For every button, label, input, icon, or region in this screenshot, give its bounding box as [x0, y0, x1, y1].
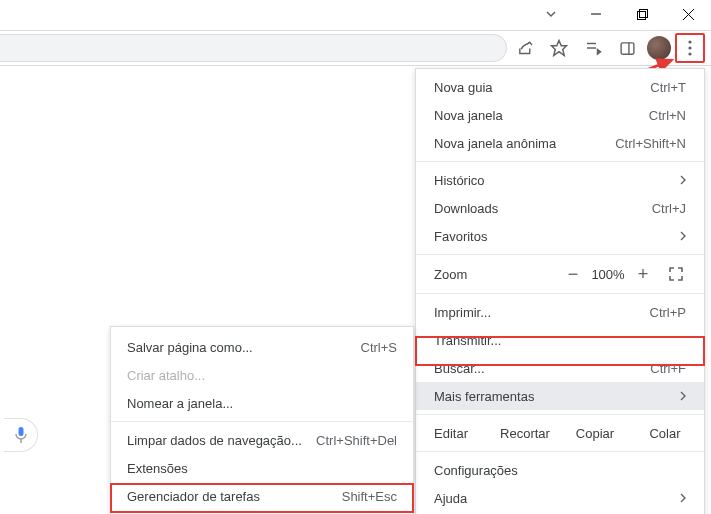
- menu-label: Criar atalho...: [127, 368, 397, 383]
- tab-search-chevron-icon[interactable]: [537, 4, 565, 24]
- svg-rect-9: [621, 42, 634, 53]
- menu-label: Mais ferramentas: [434, 389, 680, 404]
- menu-label: Configurações: [434, 463, 686, 478]
- chevron-right-icon: [680, 493, 686, 503]
- menu-find[interactable]: Buscar... Ctrl+F: [416, 354, 704, 382]
- share-icon[interactable]: [509, 32, 541, 64]
- menu-label: Limpar dados de navegação...: [127, 433, 316, 448]
- menu-more-tools[interactable]: Mais ferramentas: [416, 382, 704, 410]
- menu-label: Salvar página como...: [127, 340, 361, 355]
- menu-help[interactable]: Ajuda: [416, 484, 704, 512]
- menu-separator: [111, 421, 413, 422]
- menu-label: Zoom: [434, 267, 560, 282]
- zoom-value: 100%: [586, 267, 630, 282]
- fullscreen-button[interactable]: [662, 267, 690, 281]
- menu-separator: [416, 451, 704, 452]
- menu-label: Editar: [434, 426, 490, 441]
- browser-menu-button[interactable]: [675, 33, 705, 63]
- menu-separator: [416, 161, 704, 162]
- paste-button[interactable]: Colar: [630, 426, 700, 441]
- menu-shortcut: Ctrl+J: [652, 201, 686, 216]
- browser-toolbar: [0, 30, 711, 66]
- maximize-button[interactable]: [619, 0, 665, 28]
- menu-edit-row: Editar Recortar Copiar Colar: [416, 419, 704, 447]
- submenu-create-shortcut: Criar atalho...: [111, 361, 413, 389]
- menu-label: Downloads: [434, 201, 652, 216]
- chevron-right-icon: [680, 391, 686, 401]
- menu-label: Histórico: [434, 173, 680, 188]
- submenu-extensions[interactable]: Extensões: [111, 454, 413, 482]
- menu-shortcut: Ctrl+T: [650, 80, 686, 95]
- menu-incognito[interactable]: Nova janela anônima Ctrl+Shift+N: [416, 129, 704, 157]
- menu-separator: [416, 254, 704, 255]
- menu-shortcut: Ctrl+Shift+Del: [316, 433, 397, 448]
- svg-marker-5: [552, 41, 567, 56]
- zoom-in-button[interactable]: +: [630, 264, 656, 285]
- menu-zoom-row: Zoom − 100% +: [416, 259, 704, 289]
- menu-new-window[interactable]: Nova janela Ctrl+N: [416, 101, 704, 129]
- submenu-name-window[interactable]: Nomear a janela...: [111, 389, 413, 417]
- voice-search-icon[interactable]: [4, 418, 38, 452]
- chevron-right-icon: [680, 231, 686, 241]
- menu-cast[interactable]: Transmitir...: [416, 326, 704, 354]
- more-tools-submenu: Salvar página como... Ctrl+S Criar atalh…: [110, 326, 414, 514]
- cut-button[interactable]: Recortar: [490, 426, 560, 441]
- side-panel-icon[interactable]: [611, 32, 643, 64]
- menu-label: Nomear a janela...: [127, 396, 397, 411]
- window-titlebar: [0, 0, 711, 28]
- menu-label: Nova janela anônima: [434, 136, 615, 151]
- svg-rect-1: [637, 11, 645, 19]
- minimize-button[interactable]: [573, 0, 619, 28]
- copy-button[interactable]: Copiar: [560, 426, 630, 441]
- menu-separator: [416, 414, 704, 415]
- svg-rect-2: [639, 9, 647, 17]
- svg-rect-15: [18, 427, 23, 436]
- bookmark-star-icon[interactable]: [543, 32, 575, 64]
- browser-main-menu: Nova guia Ctrl+T Nova janela Ctrl+N Nova…: [415, 68, 705, 514]
- menu-label: Ajuda: [434, 491, 680, 506]
- menu-label: Transmitir...: [434, 333, 686, 348]
- menu-downloads[interactable]: Downloads Ctrl+J: [416, 194, 704, 222]
- svg-marker-8: [598, 50, 601, 55]
- menu-shortcut: Shift+Esc: [342, 489, 397, 504]
- menu-label: Gerenciador de tarefas: [127, 489, 342, 504]
- profile-avatar[interactable]: [647, 36, 671, 60]
- menu-separator: [416, 293, 704, 294]
- submenu-task-manager[interactable]: Gerenciador de tarefas Shift+Esc: [111, 482, 413, 510]
- menu-bookmarks[interactable]: Favoritos: [416, 222, 704, 250]
- media-control-icon[interactable]: [577, 32, 609, 64]
- menu-new-tab[interactable]: Nova guia Ctrl+T: [416, 73, 704, 101]
- svg-point-13: [688, 52, 691, 55]
- svg-point-12: [688, 46, 691, 49]
- menu-label: Nova guia: [434, 80, 650, 95]
- menu-shortcut: Ctrl+N: [649, 108, 686, 123]
- menu-label: Favoritos: [434, 229, 680, 244]
- menu-shortcut: Ctrl+F: [650, 361, 686, 376]
- svg-point-11: [688, 40, 691, 43]
- menu-label: Extensões: [127, 461, 397, 476]
- menu-shortcut: Ctrl+S: [361, 340, 397, 355]
- menu-label: Buscar...: [434, 361, 650, 376]
- menu-print[interactable]: Imprimir... Ctrl+P: [416, 298, 704, 326]
- chevron-right-icon: [680, 175, 686, 185]
- address-bar[interactable]: [0, 34, 507, 62]
- menu-shortcut: Ctrl+Shift+N: [615, 136, 686, 151]
- submenu-clear-data[interactable]: Limpar dados de navegação... Ctrl+Shift+…: [111, 426, 413, 454]
- close-button[interactable]: [665, 0, 711, 28]
- menu-shortcut: Ctrl+P: [650, 305, 686, 320]
- menu-settings[interactable]: Configurações: [416, 456, 704, 484]
- zoom-out-button[interactable]: −: [560, 264, 586, 285]
- submenu-save-page[interactable]: Salvar página como... Ctrl+S: [111, 333, 413, 361]
- menu-label: Imprimir...: [434, 305, 650, 320]
- menu-history[interactable]: Histórico: [416, 166, 704, 194]
- menu-label: Nova janela: [434, 108, 649, 123]
